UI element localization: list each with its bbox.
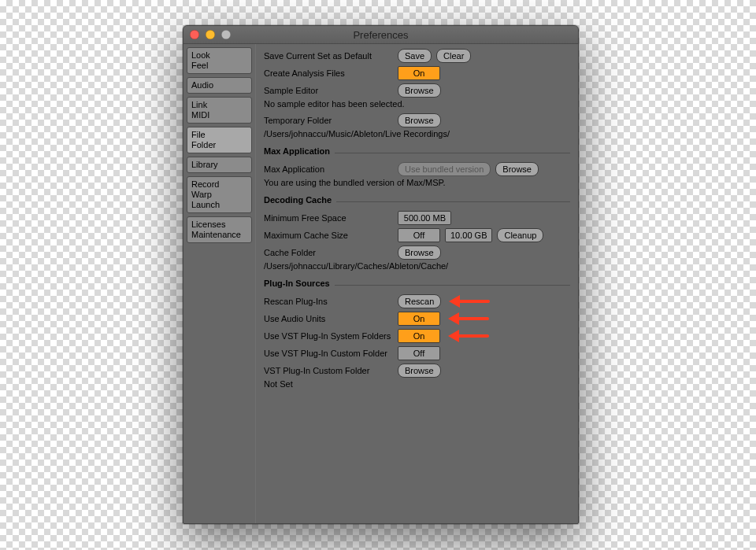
preferences-window: Preferences Look Feel Audio Link MIDI Fi… — [183, 25, 579, 524]
label-save-default: Save Current Set as Default — [264, 51, 398, 61]
tab-record-warp[interactable]: Record Warp Launch — [187, 176, 252, 213]
cleanup-button[interactable]: Cleanup — [497, 228, 543, 242]
tab-look-feel[interactable]: Look Feel — [187, 47, 252, 74]
section-title: Max Application — [264, 146, 330, 156]
toggle-value: On — [398, 312, 439, 325]
max-status: You are using the bundled version of Max… — [264, 178, 570, 187]
browse-max-button[interactable]: Browse — [495, 162, 539, 176]
browse-sample-editor-button[interactable]: Browse — [398, 83, 441, 98]
annotation-arrow-icon — [449, 297, 490, 305]
min-free-space-value[interactable]: 500.00 MB — [398, 211, 451, 225]
label-max-cache: Maximum Cache Size — [264, 231, 398, 240]
section-title: Decoding Cache — [264, 195, 332, 205]
tab-file-folder[interactable]: File Folder — [187, 127, 252, 153]
browse-vst-custom-button[interactable]: Browse — [398, 364, 441, 378]
toggle-use-audio-units[interactable]: On — [398, 312, 440, 326]
toggle-value: Off — [398, 229, 439, 242]
annotation-arrow-icon — [448, 332, 489, 340]
label-use-vst-system: Use VST Plug-In System Folders — [264, 331, 398, 341]
tab-link-midi[interactable]: Link MIDI — [187, 97, 252, 124]
tab-audio[interactable]: Audio — [187, 77, 252, 94]
temp-folder-path: /Users/johnaccu/Music/Ableton/Live Recor… — [264, 129, 570, 138]
cache-folder-path: /Users/johnaccu/Library/Caches/Ableton/C… — [264, 261, 570, 271]
toggle-value: On — [398, 67, 439, 79]
label-min-free-space: Minimum Free Space — [264, 213, 398, 223]
section-plug-in-sources: Plug-In Sources — [264, 277, 570, 290]
label-temp-folder: Temporary Folder — [264, 116, 398, 125]
sample-editor-status: No sample editor has been selected. — [264, 99, 570, 109]
label-sample-editor: Sample Editor — [264, 86, 398, 95]
label-rescan-plugins: Rescan Plug-Ins — [264, 297, 398, 306]
label-use-vst-custom: Use VST Plug-In Custom Folder — [264, 349, 398, 358]
toggle-use-vst-system[interactable]: On — [398, 329, 440, 343]
section-title: Plug-In Sources — [264, 279, 330, 288]
label-max-application: Max Application — [264, 164, 398, 174]
divider — [335, 153, 570, 153]
tab-licenses[interactable]: Licenses Maintenance — [187, 216, 252, 243]
preferences-panel-file-folder: Save Current Set as Default Save Clear C… — [256, 44, 578, 523]
toggle-value: On — [398, 330, 439, 342]
rescan-button[interactable]: Rescan — [398, 294, 441, 308]
label-use-audio-units: Use Audio Units — [264, 314, 398, 323]
annotation-arrow-icon — [448, 315, 489, 323]
use-bundled-version-button[interactable]: Use bundled version — [398, 162, 491, 176]
max-cache-value[interactable]: 10.00 GB — [445, 228, 492, 242]
section-decoding-cache: Decoding Cache — [264, 194, 570, 206]
save-button[interactable]: Save — [398, 49, 432, 63]
label-create-analysis: Create Analysis Files — [264, 68, 398, 78]
divider — [335, 285, 570, 286]
toggle-use-vst-custom[interactable]: Off — [398, 346, 440, 360]
sidebar: Look Feel Audio Link MIDI File Folder Li… — [183, 44, 256, 523]
toggle-max-cache[interactable]: Off — [398, 228, 440, 242]
toggle-create-analysis[interactable]: On — [398, 66, 440, 80]
label-cache-folder: Cache Folder — [264, 248, 398, 257]
browse-temp-folder-button[interactable]: Browse — [398, 113, 441, 127]
browse-cache-folder-button[interactable]: Browse — [398, 245, 441, 260]
clear-button[interactable]: Clear — [436, 49, 471, 63]
window-title: Preferences — [183, 29, 578, 41]
label-vst-custom-folder: VST Plug-In Custom Folder — [264, 366, 398, 375]
tab-library[interactable]: Library — [187, 157, 252, 173]
section-max-application: Max Application — [264, 145, 570, 157]
divider — [336, 201, 570, 202]
titlebar: Preferences — [183, 26, 578, 44]
vst-custom-folder-status: Not Set — [264, 379, 570, 389]
toggle-value: Off — [398, 347, 439, 360]
